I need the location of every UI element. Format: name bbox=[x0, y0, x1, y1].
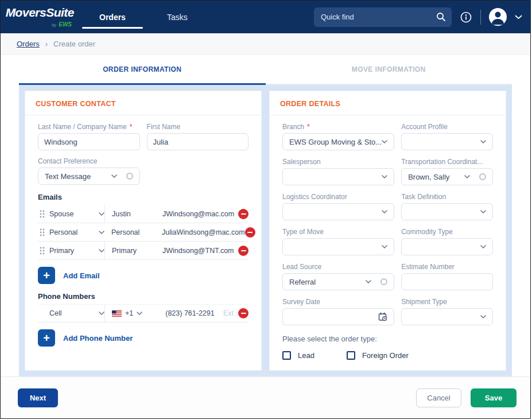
minus-icon bbox=[241, 313, 246, 314]
type-of-move-select[interactable] bbox=[282, 238, 394, 255]
first-name-label: First Name bbox=[147, 123, 181, 131]
commodity-type-field: Commodity Type bbox=[401, 228, 493, 255]
phone-numbers-heading: Phone Numbers bbox=[38, 292, 248, 301]
cancel-button[interactable]: Cancel bbox=[416, 388, 461, 407]
email-name[interactable]: Justin bbox=[112, 210, 162, 218]
tab-move-information[interactable]: MOVE INFORMATION bbox=[266, 55, 512, 85]
transportation-coordinator-select[interactable]: Brown, Sally bbox=[401, 168, 493, 185]
task-definition-select[interactable] bbox=[401, 203, 493, 220]
logo-company-text: EWS bbox=[59, 21, 72, 28]
salesperson-select[interactable] bbox=[282, 168, 394, 185]
first-name-field: First Name bbox=[147, 123, 249, 150]
email-type-select[interactable]: Spouse bbox=[49, 210, 104, 218]
email-name[interactable]: Personal bbox=[111, 228, 162, 236]
column-divider bbox=[104, 205, 105, 223]
email-row: Primary Primary JWindsong@TNT.com bbox=[38, 242, 248, 260]
shipment-type-label: Shipment Type bbox=[401, 298, 447, 306]
contact-preference-select[interactable]: Text Message bbox=[38, 168, 140, 185]
country-code-value: +1 bbox=[125, 309, 133, 317]
customer-contact-title: CUSTOMER CONTACT bbox=[25, 91, 261, 115]
first-name-input[interactable] bbox=[147, 133, 249, 150]
branch-value: EWS Group Moving & Sto... bbox=[289, 138, 382, 146]
info-icon[interactable] bbox=[460, 11, 472, 24]
estimate-number-input[interactable] bbox=[401, 273, 493, 290]
email-address[interactable]: JWindsong@mac.com bbox=[162, 210, 238, 218]
last-name-input[interactable] bbox=[38, 133, 140, 150]
phone-type-value: Cell bbox=[49, 309, 94, 317]
survey-date-field: Survey Date bbox=[282, 298, 394, 325]
column-divider bbox=[104, 242, 105, 259]
email-type-value: Personal bbox=[49, 228, 94, 236]
tab-order-information[interactable]: ORDER INFORMATION bbox=[19, 55, 266, 85]
lead-checkbox-box[interactable] bbox=[282, 351, 291, 360]
logo-text: MoversSuite bbox=[6, 6, 74, 18]
survey-date-input[interactable] bbox=[282, 308, 394, 325]
main-nav: Orders Tasks bbox=[79, 1, 208, 33]
plus-icon: + bbox=[38, 267, 55, 284]
remove-email-button[interactable] bbox=[245, 227, 255, 238]
lead-source-field: Lead Source Referral bbox=[282, 263, 394, 290]
phone-type-select[interactable]: Cell bbox=[49, 309, 104, 317]
clear-icon[interactable] bbox=[126, 173, 133, 180]
avatar[interactable] bbox=[489, 8, 507, 26]
chevron-down-icon bbox=[366, 280, 371, 283]
add-email-button[interactable]: + Add Email bbox=[38, 267, 248, 284]
clear-icon[interactable] bbox=[479, 173, 486, 180]
country-code-select[interactable]: +1 bbox=[112, 309, 157, 317]
chevron-down-icon bbox=[382, 245, 387, 248]
add-phone-label: Add Phone Number bbox=[63, 334, 133, 343]
foreign-order-checkbox-label: Foreign Order bbox=[362, 351, 409, 360]
logistics-coordinator-field: Logistics Coordinator bbox=[282, 193, 394, 220]
commodity-type-label: Commodity Type bbox=[401, 228, 453, 236]
quick-find-input[interactable] bbox=[321, 13, 436, 21]
phone-ext-placeholder[interactable]: Ext bbox=[223, 309, 238, 317]
drag-handle-icon[interactable] bbox=[38, 210, 49, 218]
drag-handle-icon[interactable] bbox=[38, 228, 49, 236]
add-phone-button[interactable]: + Add Phone Number bbox=[38, 329, 248, 347]
email-name[interactable]: Primary bbox=[112, 247, 162, 255]
email-address[interactable]: JuliaWindsong@mac.com bbox=[162, 228, 245, 236]
breadcrumb-current: Create order bbox=[53, 40, 95, 48]
email-type-select[interactable]: Primary bbox=[49, 247, 104, 255]
navbar-divider bbox=[480, 10, 481, 25]
contact-preference-label: Contact Preference bbox=[38, 157, 97, 165]
remove-email-button[interactable] bbox=[238, 209, 248, 219]
clear-icon[interactable] bbox=[380, 278, 387, 285]
remove-email-button[interactable] bbox=[238, 246, 248, 256]
chevron-down-icon bbox=[480, 140, 486, 143]
search-icon[interactable] bbox=[436, 12, 446, 22]
calendar-icon[interactable] bbox=[378, 312, 387, 321]
phone-number[interactable]: (823) 761-2291 bbox=[157, 309, 223, 317]
lead-source-select[interactable]: Referral bbox=[282, 273, 394, 290]
transportation-coordinator-value: Brown, Sally bbox=[408, 173, 464, 181]
logo-by-text: by bbox=[52, 23, 56, 27]
last-name-label: Last Name / Company Name bbox=[38, 123, 127, 131]
chevron-down-icon bbox=[99, 249, 104, 252]
shipment-type-select[interactable] bbox=[401, 308, 493, 325]
nav-tab-tasks[interactable]: Tasks bbox=[146, 1, 208, 33]
chevron-down-icon bbox=[99, 231, 104, 234]
required-marker: * bbox=[130, 123, 133, 131]
nav-tab-orders[interactable]: Orders bbox=[79, 1, 146, 33]
brand-logo[interactable]: MoversSuite by EWS bbox=[6, 6, 74, 28]
email-type-select[interactable]: Personal bbox=[49, 228, 104, 236]
next-button[interactable]: Next bbox=[18, 388, 58, 407]
foreign-order-checkbox-box[interactable] bbox=[347, 351, 355, 360]
foreign-order-checkbox[interactable]: Foreign Order bbox=[347, 351, 409, 360]
commodity-type-select[interactable] bbox=[401, 238, 493, 255]
save-button[interactable]: Save bbox=[471, 388, 517, 407]
account-profile-select[interactable] bbox=[401, 133, 493, 150]
phone-row: Cell +1 (823) 761-2291 Ext bbox=[38, 304, 248, 322]
survey-date-label: Survey Date bbox=[282, 298, 320, 306]
remove-phone-button[interactable] bbox=[238, 308, 248, 318]
lead-checkbox[interactable]: Lead bbox=[282, 351, 314, 360]
logistics-coordinator-select[interactable] bbox=[282, 203, 394, 220]
branch-select[interactable]: EWS Group Moving & Sto... bbox=[282, 133, 394, 150]
contact-preference-field: Contact Preference Text Message bbox=[38, 157, 140, 185]
order-details-title: ORDER DETAILS bbox=[270, 91, 506, 115]
user-menu-chevron-icon[interactable] bbox=[515, 15, 522, 20]
breadcrumb-orders-link[interactable]: Orders bbox=[17, 40, 40, 48]
email-address[interactable]: JWindsong@TNT.com bbox=[162, 247, 238, 255]
drag-handle-icon[interactable] bbox=[38, 247, 49, 255]
quick-find[interactable] bbox=[314, 7, 452, 27]
